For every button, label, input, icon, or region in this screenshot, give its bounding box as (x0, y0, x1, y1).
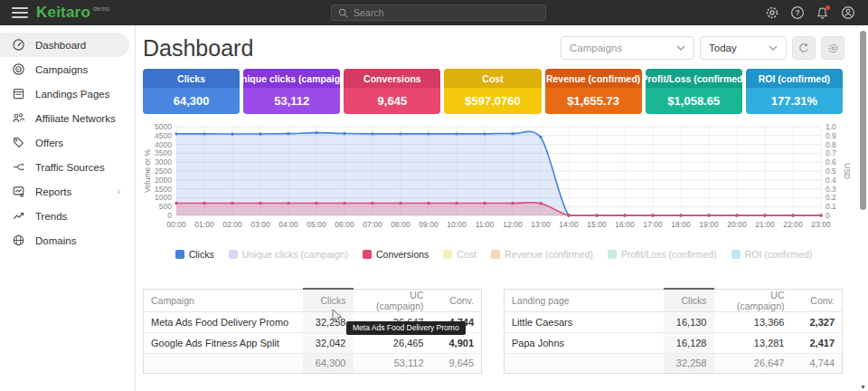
search-input[interactable] (354, 7, 539, 18)
svg-text:03:00: 03:00 (250, 220, 270, 229)
svg-text:00:00: 00:00 (166, 220, 186, 229)
column-header-clicks[interactable]: Clicks (664, 289, 714, 311)
svg-text:14:00: 14:00 (559, 220, 579, 229)
target-icon (12, 62, 25, 76)
sidebar-item-dashboard[interactable]: Dashboard (0, 33, 129, 57)
column-header-landing-page[interactable]: Landing page (505, 289, 664, 311)
legend-swatch (491, 250, 500, 259)
refresh-button[interactable] (792, 36, 816, 60)
sidebar-item-affiliate-networks[interactable]: Affiliate Networks (0, 106, 129, 130)
search-icon (338, 8, 348, 18)
metric-card-profit-loss[interactable]: Profit/Loss (confirmed) $1,058.65 (646, 69, 742, 114)
dashboard-settings-button[interactable] (821, 36, 844, 60)
svg-text:05:00: 05:00 (307, 220, 326, 229)
legend-item[interactable]: Conversions (363, 249, 429, 260)
sidebar-item-traffic-sources[interactable]: Traffic Sources (0, 155, 129, 179)
brand-logo[interactable]: Keitarodemo (36, 4, 109, 22)
date-range-select[interactable]: Today (700, 36, 787, 60)
svg-text:1000: 1000 (155, 193, 172, 202)
metric-card-cost[interactable]: Cost $597.0760 (444, 69, 541, 114)
sidebar-item-label: Domains (35, 235, 76, 246)
menu-icon[interactable] (12, 5, 28, 21)
sidebar-item-offers[interactable]: Offers (0, 130, 129, 155)
svg-text:2000: 2000 (155, 176, 172, 185)
trend-icon (12, 209, 25, 223)
column-header-conv[interactable]: Conv. (792, 289, 843, 311)
help-icon[interactable]: ? (789, 5, 805, 21)
page-title: Dashboard (143, 35, 253, 62)
legend-item[interactable]: Revenue (confirmed) (491, 249, 593, 260)
svg-text:500: 500 (159, 202, 172, 211)
svg-text:?: ? (795, 8, 799, 17)
sidebar: Dashboard Campaigns Landings Pages Affil… (0, 25, 136, 391)
user-account-icon[interactable] (840, 5, 855, 21)
legend-item[interactable]: Clicks (175, 249, 214, 260)
column-header-conv[interactable]: Conv. (431, 289, 482, 311)
scroll-down-arrow-icon[interactable]: ▼ (860, 384, 866, 390)
legend-swatch (363, 250, 372, 259)
svg-text:0.4: 0.4 (826, 176, 836, 185)
svg-text:0.8: 0.8 (826, 140, 836, 149)
metric-card-roi[interactable]: ROI (confirmed) 177.31% (746, 69, 843, 114)
refresh-icon (797, 42, 810, 54)
svg-text:09:00: 09:00 (419, 220, 439, 229)
svg-text:16:00: 16:00 (615, 220, 635, 229)
report-icon (12, 185, 25, 198)
svg-text:2500: 2500 (155, 167, 172, 176)
legend-label: Revenue (confirmed) (505, 249, 593, 260)
column-header-uc[interactable]: UC (campaign) (354, 289, 431, 311)
metric-card-revenue[interactable]: Revenue (confirmed) $1,655.73 (545, 69, 642, 114)
sidebar-item-trends[interactable]: Trends (0, 204, 129, 228)
table-header-row: Landing page Clicks UC (campaign) Conv. (505, 289, 843, 311)
brand-text: Keitaro (36, 4, 90, 21)
campaigns-filter-select[interactable]: Campaigns (561, 36, 694, 60)
column-header-campaign[interactable]: Campaign (144, 289, 303, 311)
sidebar-item-landings-pages[interactable]: Landings Pages (0, 81, 129, 106)
table-row[interactable]: Papa Johns 16,128 13,281 2,417 (505, 332, 843, 353)
tag-icon (12, 136, 25, 149)
pages-icon (12, 87, 25, 100)
notification-dot (826, 5, 830, 10)
svg-text:3500: 3500 (155, 148, 172, 157)
legend-item[interactable]: Cost (443, 249, 476, 260)
sidebar-item-label: Reports (35, 186, 71, 197)
gear-icon (827, 43, 839, 54)
svg-text:06:00: 06:00 (335, 220, 354, 229)
legend-item[interactable]: Profit/Loss (confirmed) (608, 249, 717, 260)
legend-swatch (229, 250, 238, 259)
settings-gear-icon[interactable] (764, 5, 779, 21)
table-row[interactable]: Little Caesars 16,130 13,366 2,327 (505, 311, 843, 332)
svg-text:21:00: 21:00 (755, 220, 775, 229)
svg-text:1.0: 1.0 (826, 122, 836, 131)
svg-text:08:00: 08:00 (391, 220, 410, 229)
people-icon (12, 111, 25, 125)
column-header-uc[interactable]: UC (campaign) (714, 289, 792, 311)
gauge-icon (12, 38, 25, 52)
svg-text:04:00: 04:00 (278, 220, 298, 229)
notifications-bell-icon[interactable] (815, 5, 830, 21)
chart-legend: ClicksUnique clicks (campaign)Conversion… (143, 244, 844, 264)
topbar: Keitarodemo ? (0, 0, 868, 25)
svg-text:0.1: 0.1 (826, 202, 836, 211)
metric-card-clicks[interactable]: Clicks 64,300 (143, 69, 240, 114)
table-totals-row: 64,300 53,112 9,645 (144, 353, 482, 373)
legend-label: ROI (confirmed) (745, 249, 813, 260)
legend-item[interactable]: Unique clicks (campaign) (229, 249, 348, 260)
sidebar-item-reports[interactable]: Reports › (0, 179, 129, 204)
metric-card-unique-clicks[interactable]: Unique clicks (campaign) 53,112 (243, 69, 340, 114)
table-row[interactable]: Google Ads Fitness App Split 32,042 26,4… (144, 332, 482, 353)
sidebar-item-campaigns[interactable]: Campaigns (0, 57, 129, 81)
legend-item[interactable]: ROI (confirmed) (731, 249, 813, 260)
global-search[interactable] (331, 5, 546, 21)
split-icon (12, 160, 25, 174)
traffic-chart[interactable]: 0500100015002000250030003500400045005000… (143, 121, 854, 237)
scrollbar-thumb[interactable] (860, 31, 866, 210)
column-header-clicks[interactable]: Clicks (303, 289, 354, 311)
svg-text:0.5: 0.5 (826, 167, 836, 176)
metric-card-conversions[interactable]: Conversions 9,645 (344, 69, 440, 114)
sidebar-item-domains[interactable]: Domains (0, 228, 129, 253)
svg-text:07:00: 07:00 (363, 220, 382, 229)
svg-text:0.2: 0.2 (826, 193, 836, 202)
page-scrollbar[interactable]: ▼ (858, 25, 868, 391)
legend-label: Profit/Loss (confirmed) (621, 249, 717, 260)
